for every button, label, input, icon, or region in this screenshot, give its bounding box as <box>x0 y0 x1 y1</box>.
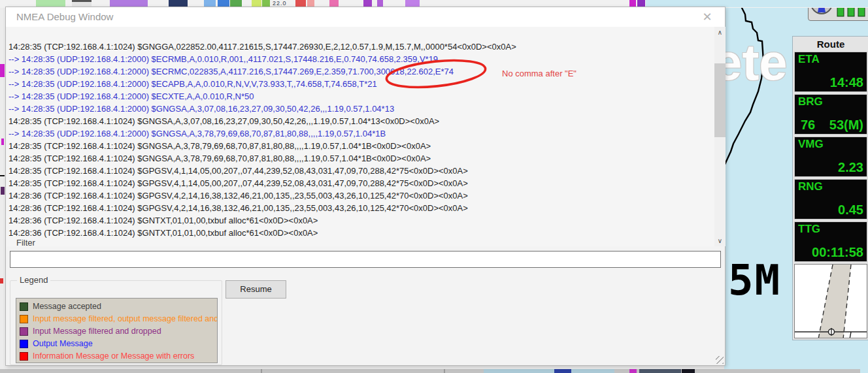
legend-swatch-icon <box>20 302 28 311</box>
legend-item: Input message filtered, output message f… <box>20 313 214 325</box>
status-segment <box>639 369 681 373</box>
legend-item: Input Message filtered and dropped <box>20 325 214 338</box>
legend-swatch-icon <box>20 315 28 323</box>
legend-item-label: Message accepted <box>33 300 101 313</box>
status-segment <box>682 369 695 373</box>
log-line: --> 14:28:35 (UDP:192.168.4.1:2000) $ECX… <box>7 90 714 103</box>
route-field-value: 14:48 <box>830 75 863 90</box>
toolbar-reading: 22.0 <box>273 0 287 7</box>
chart-fragment <box>0 175 5 176</box>
status-segment <box>629 369 637 373</box>
legend-swatch-icon <box>20 340 28 348</box>
log-line: 14:28:35 (TCP:192.168.4.1:1024) $GPGSV,4… <box>7 165 714 177</box>
legend-item: Message accepted <box>20 300 214 313</box>
status-segment <box>484 369 614 373</box>
log-line: 14:28:35 (TCP:192.168.4.1:1024) $GPGSV,4… <box>7 177 714 189</box>
route-field-label: VMG <box>798 138 824 151</box>
log-line: 14:28:35 (TCP:192.168.4.1:1024) $GNGSA,A… <box>7 152 714 165</box>
legend-box: Message acceptedInput message filtered, … <box>16 298 218 363</box>
status-segment <box>444 369 445 373</box>
screen: 22.0 ete 5M <box>0 0 868 373</box>
log-line: 14:28:36 (TCP:192.168.4.1:1024) $GPGSV,4… <box>7 189 714 202</box>
route-field-ttg: TTG00:11:58 <box>794 221 867 262</box>
log-scrollbar[interactable]: ∧ ∨ <box>714 27 726 246</box>
background-status-bar <box>0 369 868 373</box>
log-line: 14:28:35 (TCP:192.168.4.1:1024) $GNGGA,0… <box>7 41 714 53</box>
route-field-brg: BRG7653(M) <box>794 94 867 135</box>
annotation-text: No comma after "E" <box>502 69 576 78</box>
scroll-up-icon[interactable]: ∧ <box>714 27 726 38</box>
log-line: --> 14:28:35 (UDP:192.168.4.1:2000) $ECA… <box>7 78 714 90</box>
route-field-value-left: 76 <box>801 118 815 133</box>
close-icon[interactable]: ✕ <box>699 9 716 25</box>
chart-fragment <box>1 187 5 195</box>
status-segment <box>554 369 571 373</box>
route-field-value: 2.23 <box>838 160 863 175</box>
log-line: --> 14:28:35 (UDP:192.168.4.1:2000) $GNG… <box>7 127 714 140</box>
legend-groupbox: Legend Message acceptedInput message fil… <box>10 280 222 365</box>
log-line: 14:28:36 (TCP:192.168.4.1:1024) $GNTXT,0… <box>7 214 714 227</box>
legend-item-label: Input message filtered, output message f… <box>33 313 218 325</box>
status-segment <box>261 369 262 373</box>
route-field-rng: RNG0.45 <box>794 179 867 219</box>
course-view <box>794 264 867 338</box>
depth-label: 5M <box>728 256 781 304</box>
log-line: 14:28:35 (TCP:192.168.4.1:1024) $GNGSA,A… <box>7 140 714 152</box>
chart-fragment <box>0 64 5 77</box>
route-field-label: BRG <box>798 95 823 108</box>
legend-item-label: Information Message or Message with erro… <box>33 350 194 363</box>
route-field-label: RNG <box>798 180 823 193</box>
log-line: 14:28:36 (TCP:192.168.4.1:1024) $GNTXT,0… <box>7 227 714 239</box>
route-field-value: 0.45 <box>838 203 863 218</box>
nmea-debug-window: NMEA Debug Window ✕ 14:28:35 (TCP:192.16… <box>5 7 726 366</box>
legend-item-label: Input Message filtered and dropped <box>33 325 161 338</box>
filter-label: Filter <box>16 238 35 248</box>
titlebar[interactable]: NMEA Debug Window ✕ <box>6 7 725 27</box>
route-field-eta: ETA14:48 <box>794 52 867 92</box>
log-line: --> 14:28:35 (UDP:192.168.4.1:2000) $ECR… <box>7 65 714 78</box>
log-line: --> 14:28:35 (UDP:192.168.4.1:2000) $ECR… <box>7 53 714 65</box>
chart-fragment <box>1 138 4 145</box>
route-panel-title: Route <box>794 37 867 52</box>
chart-fragment <box>0 278 3 284</box>
course-view-graphic <box>795 265 867 338</box>
log-line: --> 14:28:35 (UDP:192.168.4.1:2000) $GNG… <box>7 103 714 115</box>
route-field-value: 00:11:58 <box>812 245 863 260</box>
route-field-vmg: VMG2.23 <box>794 137 867 177</box>
legend-swatch-icon <box>20 352 28 361</box>
resize-grip[interactable] <box>716 356 724 364</box>
legend-item: Information Message or Message with erro… <box>20 350 214 363</box>
scrollbar-thumb[interactable] <box>714 63 726 137</box>
legend-item-label: Output Message <box>33 338 93 350</box>
log-line: 14:28:35 (TCP:192.168.4.1:1024) $GNGSA,A… <box>7 115 714 127</box>
legend-title: Legend <box>17 275 50 285</box>
route-field-label: ETA <box>798 53 820 66</box>
legend-item: Output Message <box>20 338 214 350</box>
status-segment <box>860 369 868 373</box>
log-line: 14:28:36 (TCP:192.168.4.1:1024) $GPGSV,4… <box>7 202 714 214</box>
resume-button[interactable]: Resume <box>225 280 286 299</box>
route-field-label: TTG <box>798 223 820 236</box>
filter-input[interactable] <box>10 251 721 268</box>
route-field-value: 53(M) <box>829 118 863 133</box>
nmea-log-area[interactable]: 14:28:35 (TCP:192.168.4.1:1024) $GNGGA,0… <box>7 27 714 246</box>
window-title: NMEA Debug Window <box>16 11 113 22</box>
scroll-down-icon[interactable]: ∨ <box>714 235 726 246</box>
route-panel: Route ETA14:48BRG7653(M)VMG2.23RNG0.45TT… <box>792 36 868 340</box>
legend-swatch-icon <box>20 327 28 336</box>
